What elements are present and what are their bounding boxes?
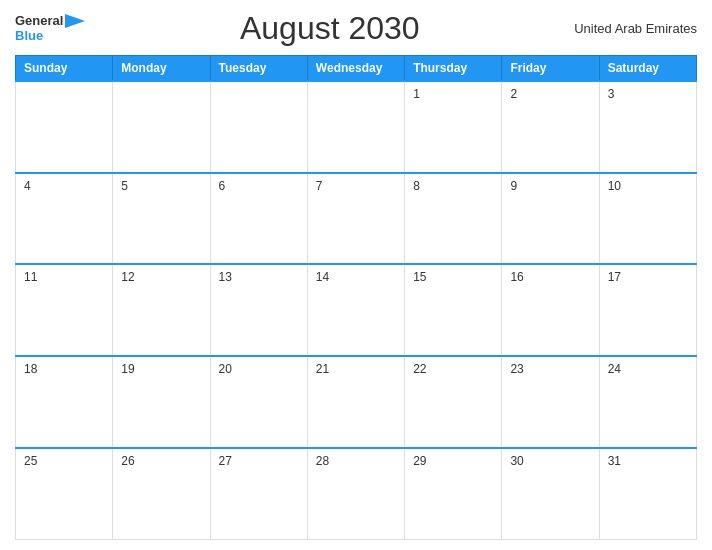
day-number: 2 (510, 87, 517, 101)
day-header-monday: Monday (113, 56, 210, 82)
day-number: 14 (316, 270, 329, 284)
calendar-week-1: 123 (16, 81, 697, 173)
day-number: 17 (608, 270, 621, 284)
day-number: 20 (219, 362, 232, 376)
calendar-cell: 21 (307, 356, 404, 448)
calendar-cell: 29 (405, 448, 502, 540)
day-number: 6 (219, 179, 226, 193)
calendar-cell: 27 (210, 448, 307, 540)
logo-general-text: General (15, 14, 63, 28)
calendar-cell: 15 (405, 264, 502, 356)
calendar-cell: 17 (599, 264, 696, 356)
calendar-cell: 19 (113, 356, 210, 448)
calendar-cell: 22 (405, 356, 502, 448)
calendar-cell: 26 (113, 448, 210, 540)
calendar-cell: 14 (307, 264, 404, 356)
day-header-sunday: Sunday (16, 56, 113, 82)
region-label: United Arab Emirates (574, 21, 697, 36)
day-number: 5 (121, 179, 128, 193)
calendar-week-2: 45678910 (16, 173, 697, 265)
logo-flag-icon (65, 14, 85, 28)
calendar-cell (113, 81, 210, 173)
calendar-cell (16, 81, 113, 173)
calendar-cell: 18 (16, 356, 113, 448)
day-number: 3 (608, 87, 615, 101)
day-header-wednesday: Wednesday (307, 56, 404, 82)
calendar-cell: 2 (502, 81, 599, 173)
calendar-cell: 9 (502, 173, 599, 265)
day-number: 31 (608, 454, 621, 468)
day-number: 29 (413, 454, 426, 468)
calendar-table: SundayMondayTuesdayWednesdayThursdayFrid… (15, 55, 697, 540)
calendar-cell: 24 (599, 356, 696, 448)
day-header-saturday: Saturday (599, 56, 696, 82)
day-number: 1 (413, 87, 420, 101)
calendar-cell: 25 (16, 448, 113, 540)
calendar-cell: 3 (599, 81, 696, 173)
calendar-cell: 13 (210, 264, 307, 356)
calendar-cell: 28 (307, 448, 404, 540)
day-header-thursday: Thursday (405, 56, 502, 82)
calendar-cell: 16 (502, 264, 599, 356)
day-number: 16 (510, 270, 523, 284)
calendar-cell: 6 (210, 173, 307, 265)
day-number: 22 (413, 362, 426, 376)
day-header-friday: Friday (502, 56, 599, 82)
calendar-cell (210, 81, 307, 173)
day-number: 27 (219, 454, 232, 468)
day-number: 18 (24, 362, 37, 376)
calendar-cell: 31 (599, 448, 696, 540)
day-number: 24 (608, 362, 621, 376)
day-number: 12 (121, 270, 134, 284)
calendar-cell: 11 (16, 264, 113, 356)
calendar-title: August 2030 (240, 10, 420, 47)
day-number: 11 (24, 270, 37, 284)
day-number: 21 (316, 362, 329, 376)
calendar-cell: 4 (16, 173, 113, 265)
logo-blue-text: Blue (15, 29, 43, 43)
calendar-cell: 8 (405, 173, 502, 265)
calendar-cell: 20 (210, 356, 307, 448)
calendar-cell: 5 (113, 173, 210, 265)
calendar-cell: 30 (502, 448, 599, 540)
day-number: 9 (510, 179, 517, 193)
calendar-cell: 12 (113, 264, 210, 356)
day-number: 10 (608, 179, 621, 193)
calendar-cell: 1 (405, 81, 502, 173)
calendar-cell: 7 (307, 173, 404, 265)
calendar-cell (307, 81, 404, 173)
calendar-week-4: 18192021222324 (16, 356, 697, 448)
svg-marker-0 (65, 14, 85, 28)
day-number: 25 (24, 454, 37, 468)
calendar-cell: 10 (599, 173, 696, 265)
calendar-week-3: 11121314151617 (16, 264, 697, 356)
day-number: 23 (510, 362, 523, 376)
day-number: 28 (316, 454, 329, 468)
day-number: 15 (413, 270, 426, 284)
day-number: 8 (413, 179, 420, 193)
day-number: 26 (121, 454, 134, 468)
day-number: 19 (121, 362, 134, 376)
day-number: 30 (510, 454, 523, 468)
calendar-cell: 23 (502, 356, 599, 448)
day-number: 4 (24, 179, 31, 193)
calendar-header-row: SundayMondayTuesdayWednesdayThursdayFrid… (16, 56, 697, 82)
day-number: 13 (219, 270, 232, 284)
page-header: General Blue August 2030 United Arab Emi… (15, 10, 697, 47)
day-number: 7 (316, 179, 323, 193)
day-header-tuesday: Tuesday (210, 56, 307, 82)
logo: General Blue (15, 14, 85, 43)
calendar-week-5: 25262728293031 (16, 448, 697, 540)
